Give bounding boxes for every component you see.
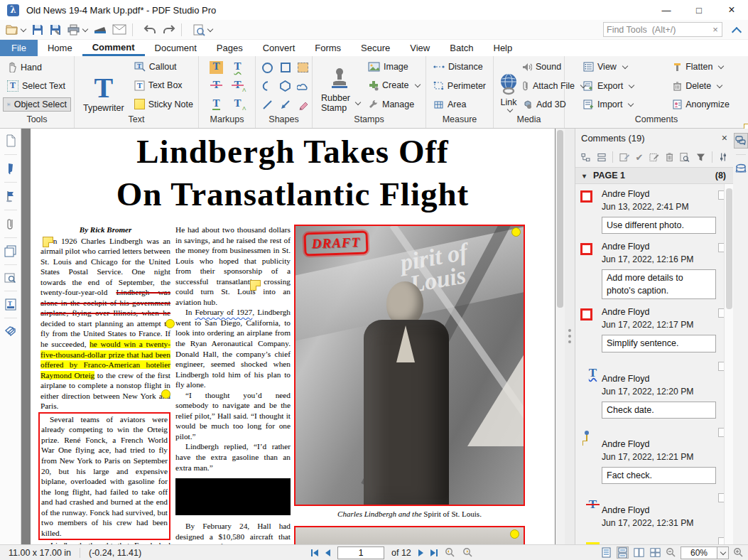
single-page-view-button[interactable] [600, 546, 612, 559]
comments-panel-toggle[interactable] [734, 133, 748, 149]
tab-view[interactable]: View [400, 40, 440, 56]
comment-item[interactable]: Andre Floyd Jun 17, 2022, 12:17 PM Simpl… [575, 302, 733, 355]
tab-forms[interactable]: Forms [305, 40, 351, 56]
find-clear-icon[interactable]: × [710, 24, 721, 35]
perimeter-tool-button[interactable]: Perimeter [429, 79, 490, 93]
open-dropdown-chevron-icon[interactable] [21, 27, 26, 33]
edit-comment-icon[interactable] [649, 152, 659, 163]
next-view-icon[interactable] [462, 547, 473, 558]
close-button[interactable]: × [715, 0, 748, 20]
tab-secure[interactable]: Secure [351, 40, 400, 56]
collapse-ribbon-icon[interactable] [731, 25, 742, 35]
photo-red-border-annotation[interactable]: pirit ofLouis DRAFT [294, 225, 525, 506]
first-page-button[interactable] [311, 549, 318, 556]
comment-text[interactable]: Simplify sentence. [602, 335, 716, 352]
print-dropdown-chevron-icon[interactable] [82, 27, 88, 33]
comment-item[interactable]: T Andre Floyd Jun 17, 2022, 12:39 PM Che… [575, 531, 733, 544]
hand-tool-button[interactable]: Hand [3, 60, 71, 75]
comment-item[interactable]: Andre Floyd Jun 17, 2022, 12:16 PM Add m… [575, 237, 733, 302]
page-thumbnails-icon[interactable] [5, 134, 16, 147]
save-as-button[interactable] [49, 23, 62, 36]
comments-scrollbar[interactable] [724, 184, 733, 544]
tab-convert[interactable]: Convert [253, 40, 305, 56]
zoom-chevron-icon[interactable] [717, 546, 729, 559]
flatten-comments-button[interactable]: Flatten [668, 60, 734, 74]
snapshot-button[interactable] [193, 23, 213, 36]
set-status-icon[interactable] [619, 152, 629, 163]
snapshot-dropdown-chevron-icon[interactable] [207, 27, 213, 33]
facing-continuous-view-button[interactable] [649, 546, 661, 559]
insert-text-button[interactable]: T [231, 98, 244, 111]
circle-shape-button[interactable] [262, 63, 273, 73]
tab-batch[interactable]: Batch [440, 40, 483, 56]
redaction-black-box[interactable] [175, 478, 291, 515]
last-page-button[interactable] [430, 549, 438, 556]
sticky-note-button[interactable]: Sticky Note [130, 97, 197, 112]
previous-page-button[interactable] [325, 549, 330, 556]
arrow-shape-button[interactable] [280, 99, 291, 110]
comment-text[interactable]: Add more details to photo's caption. [602, 269, 716, 299]
tab-pages[interactable]: Pages [207, 40, 253, 56]
filter-icon[interactable] [696, 153, 705, 162]
snapshot-view-icon[interactable] [4, 272, 16, 284]
tab-help[interactable]: Help [484, 40, 523, 56]
open-file-button[interactable] [5, 23, 26, 36]
continuous-view-button[interactable] [617, 546, 629, 559]
import-comments-button[interactable]: Import [579, 97, 639, 112]
search-comments-icon[interactable] [680, 152, 690, 163]
collapse-triangle-icon[interactable]: ▾ [582, 172, 586, 180]
line-shape-button[interactable] [262, 99, 273, 110]
panel-splitter[interactable] [565, 129, 575, 544]
replace-text-button[interactable]: T [231, 80, 244, 92]
next-page-button[interactable] [418, 549, 423, 556]
comment-text[interactable]: Use different photo. [602, 217, 716, 234]
comment-text[interactable]: Fact check. [602, 467, 716, 484]
comment-item[interactable]: T Andre Floyd Jun 17, 2022, 12:20 PM Che… [575, 355, 733, 421]
area-highlight-button[interactable] [298, 63, 308, 72]
document-viewport[interactable]: Lindbergh Takes Off On Transatlantic Fli… [21, 129, 565, 544]
tab-home[interactable]: Home [38, 40, 82, 56]
pencil-tool-button[interactable] [298, 99, 308, 110]
layers-pages-icon[interactable] [4, 245, 16, 257]
highlight-text-button[interactable]: T [210, 61, 223, 74]
square-shape-button[interactable] [281, 63, 291, 72]
comment-item[interactable]: T Andre Floyd Jun 17, 2022, 12:31 PM [575, 487, 733, 531]
comments-page-group[interactable]: ▾ PAGE 1 (8) [575, 167, 733, 184]
previous-view-icon[interactable] [445, 547, 455, 558]
minimize-button[interactable]: — [650, 0, 683, 20]
stamp-pad-icon[interactable] [734, 161, 748, 176]
list-view-icon[interactable] [597, 152, 606, 163]
tree-view-icon[interactable] [581, 152, 591, 163]
undo-button[interactable] [143, 23, 157, 36]
delete-comments-button[interactable]: Delete [668, 79, 734, 93]
pdf-page[interactable]: Lindbergh Takes Off On Transatlantic Fli… [31, 129, 555, 544]
comment-text[interactable]: Check date. [602, 402, 716, 419]
sticky-note-annotation[interactable] [250, 280, 261, 291]
manage-stamps-button[interactable]: Manage [364, 97, 425, 112]
attachments-paperclip-icon[interactable] [6, 217, 14, 230]
page-number-input[interactable] [337, 546, 384, 559]
draft-stamp-annotation[interactable]: DRAFT [303, 230, 368, 256]
polygon-shape-button[interactable] [279, 80, 291, 92]
distance-tool-button[interactable]: Distance [429, 60, 490, 74]
bookmark-pen-icon[interactable] [6, 162, 16, 175]
flag-icon[interactable] [5, 190, 16, 203]
tags-icon[interactable] [4, 325, 16, 336]
content-icon[interactable]: T [5, 298, 16, 311]
email-button[interactable] [112, 24, 126, 35]
comments-panel-close-icon[interactable]: × [722, 132, 727, 144]
zoom-in-icon[interactable] [733, 547, 744, 558]
yellow-dot-annotation[interactable] [166, 319, 175, 328]
select-text-button[interactable]: T Select Text [3, 78, 71, 94]
arc-shape-button[interactable] [261, 79, 274, 92]
yellow-dot-annotation[interactable] [161, 389, 170, 399]
create-stamp-button[interactable]: Create [364, 78, 425, 93]
maximize-button[interactable]: □ [683, 0, 715, 20]
tab-document[interactable]: Document [145, 40, 207, 56]
link-button[interactable]: Link [497, 58, 521, 114]
cloud-shape-button[interactable] [297, 82, 310, 91]
sort-settings-icon[interactable] [719, 152, 727, 162]
print-button[interactable] [67, 23, 88, 36]
comments-scrollbar-thumb[interactable] [726, 188, 732, 309]
text-box-button[interactable]: T Text Box [130, 78, 197, 93]
